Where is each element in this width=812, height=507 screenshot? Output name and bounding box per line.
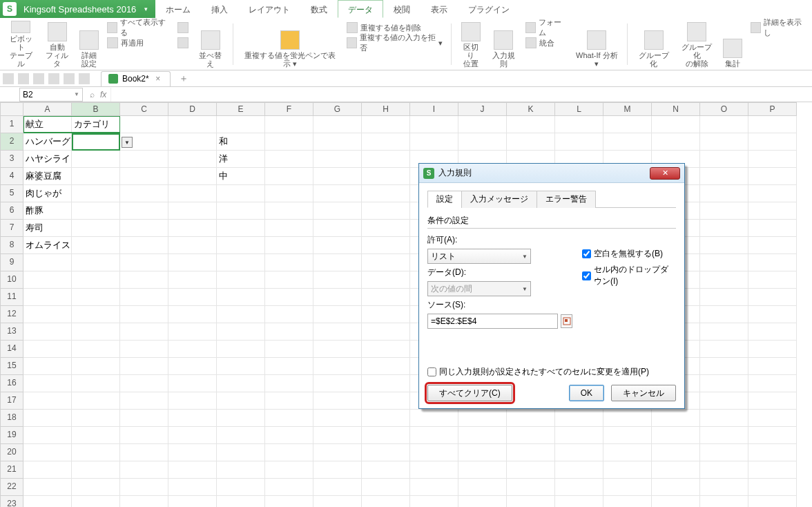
col-header-D[interactable]: D (168, 102, 217, 116)
cell-A14[interactable] (23, 341, 72, 358)
ok-button[interactable]: OK (569, 385, 604, 401)
cell-H20[interactable] (362, 444, 410, 461)
cell-G18[interactable] (313, 410, 362, 427)
cell-E20[interactable] (217, 444, 265, 461)
cell-N18[interactable] (652, 410, 700, 427)
cell-E8[interactable] (217, 237, 265, 254)
cell-D7[interactable] (168, 220, 217, 237)
cell-G7[interactable] (313, 220, 362, 237)
cell-J22[interactable] (458, 479, 507, 496)
cell-A17[interactable] (23, 392, 72, 410)
cell-H13[interactable] (362, 323, 410, 341)
cell-L18[interactable] (555, 410, 603, 427)
cell-A20[interactable] (23, 444, 72, 461)
ribbon-ungroup[interactable]: グループ化の解除 (677, 21, 717, 68)
cell-E9[interactable] (217, 254, 265, 271)
cell-O16[interactable] (700, 375, 748, 392)
cell-O1[interactable] (700, 116, 748, 133)
cell-P8[interactable] (748, 237, 797, 254)
cell-C13[interactable] (120, 323, 168, 341)
cell-A4[interactable]: 麻婆豆腐 (23, 168, 72, 185)
cell-J1[interactable] (458, 116, 507, 133)
cell-G11[interactable] (313, 289, 362, 306)
app-menu-dropdown[interactable]: ▾ (140, 6, 151, 12)
cell-C1[interactable] (120, 116, 168, 133)
cell-F1[interactable] (265, 116, 313, 133)
row-header-9[interactable]: 9 (0, 254, 23, 271)
cell-E12[interactable] (217, 306, 265, 323)
document-tab[interactable]: Book2* × (101, 71, 171, 86)
col-header-G[interactable]: G (313, 102, 362, 116)
allow-select[interactable]: リスト▼ (427, 249, 531, 264)
ribbon-reject-dup[interactable]: 重複する値の入力を拒否 ▾ (347, 36, 443, 50)
cell-B4[interactable] (72, 168, 120, 185)
cell-I18[interactable] (410, 410, 458, 427)
select-all-corner[interactable] (0, 102, 23, 116)
cell-M18[interactable] (603, 410, 652, 427)
cell-F13[interactable] (265, 323, 313, 341)
cell-F10[interactable] (265, 271, 313, 289)
ribbon-highlight-dup[interactable]: 重複する値を蛍光ペンで表示 ▾ (239, 21, 341, 68)
cell-B15[interactable] (72, 358, 120, 375)
cell-F17[interactable] (265, 392, 313, 410)
cell-O9[interactable] (700, 254, 748, 271)
cell-D8[interactable] (168, 237, 217, 254)
cell-E6[interactable] (217, 202, 265, 220)
cell-A21[interactable] (23, 461, 72, 479)
cell-G3[interactable] (313, 151, 362, 168)
cell-F22[interactable] (265, 479, 313, 496)
cell-F20[interactable] (265, 444, 313, 461)
in-cell-dropdown-checkbox[interactable]: セル内のドロップダウン(I) (582, 264, 676, 287)
cell-E7[interactable] (217, 220, 265, 237)
cell-I23[interactable] (410, 496, 458, 507)
cell-D16[interactable] (168, 375, 217, 392)
cell-B3[interactable] (72, 151, 120, 168)
cell-I20[interactable] (410, 444, 458, 461)
cell-H6[interactable] (362, 202, 410, 220)
cell-N22[interactable] (652, 479, 700, 496)
cell-F2[interactable] (265, 133, 313, 151)
cell-O21[interactable] (700, 461, 748, 479)
col-header-E[interactable]: E (217, 102, 265, 116)
cell-A9[interactable] (23, 254, 72, 271)
cell-D14[interactable] (168, 341, 217, 358)
cell-O2[interactable] (700, 133, 748, 151)
cell-dropdown-button[interactable]: ▼ (122, 137, 133, 148)
cell-H9[interactable] (362, 254, 410, 271)
fx-cancel-icon[interactable]: ⌕ (90, 90, 95, 99)
row-header-16[interactable]: 16 (0, 375, 23, 392)
menu-tab-1[interactable]: 挿入 (201, 0, 238, 18)
col-header-O[interactable]: O (700, 102, 748, 116)
cell-K2[interactable] (507, 133, 555, 151)
dialog-close-button[interactable]: ✕ (650, 167, 680, 180)
cell-P15[interactable] (748, 358, 797, 375)
cell-C8[interactable] (120, 237, 168, 254)
cell-O14[interactable] (700, 341, 748, 358)
menu-tab-0[interactable]: ホーム (155, 0, 201, 18)
cell-B12[interactable] (72, 306, 120, 323)
cell-P11[interactable] (748, 289, 797, 306)
formula-input[interactable] (110, 88, 812, 102)
cell-G22[interactable] (313, 479, 362, 496)
cell-O15[interactable] (700, 358, 748, 375)
cell-A12[interactable] (23, 306, 72, 323)
cell-K23[interactable] (507, 496, 555, 507)
row-header-6[interactable]: 6 (0, 202, 23, 220)
cell-G16[interactable] (313, 375, 362, 392)
cell-E15[interactable] (217, 358, 265, 375)
cell-E5[interactable] (217, 185, 265, 202)
source-input[interactable] (427, 314, 558, 329)
cell-D4[interactable] (168, 168, 217, 185)
cell-N19[interactable] (652, 427, 700, 444)
ribbon-autofilter[interactable]: 自動フィルタ (41, 21, 75, 68)
cell-O4[interactable] (700, 168, 748, 185)
cell-P20[interactable] (748, 444, 797, 461)
cell-P16[interactable] (748, 375, 797, 392)
cell-A2[interactable]: ハンバーグ (23, 133, 72, 151)
cell-D20[interactable] (168, 444, 217, 461)
cell-J18[interactable] (458, 410, 507, 427)
cell-C10[interactable] (120, 271, 168, 289)
menu-tab-2[interactable]: レイアウト (238, 0, 300, 18)
cell-D12[interactable] (168, 306, 217, 323)
cell-H14[interactable] (362, 341, 410, 358)
